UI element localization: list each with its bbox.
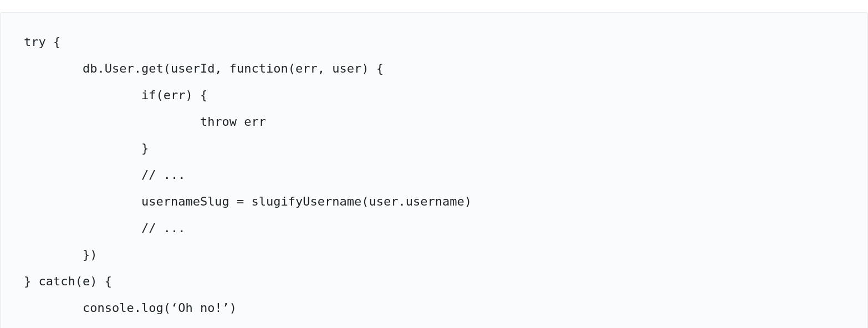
code-content: try { db.User.get(userId, function(err, … (24, 35, 472, 328)
code-block: try { db.User.get(userId, function(err, … (0, 12, 868, 328)
